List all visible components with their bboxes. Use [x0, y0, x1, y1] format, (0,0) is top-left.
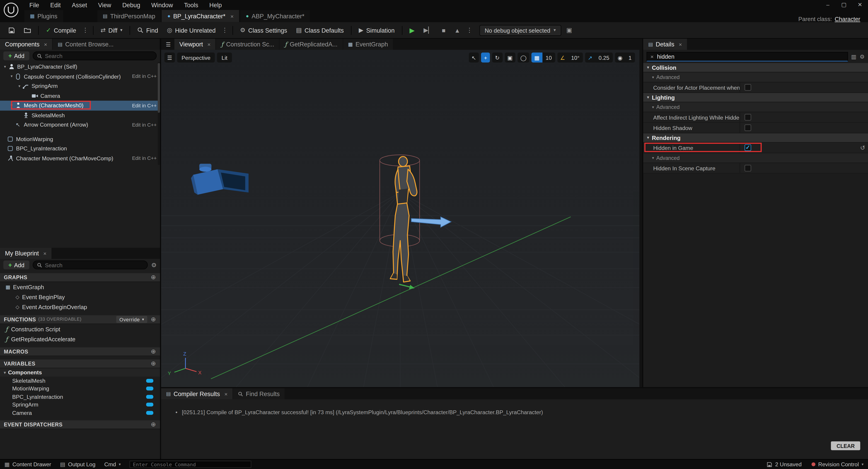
output-log-button[interactable]: ▤ Output Log	[60, 461, 95, 467]
debug-filter-icon[interactable]: ▣	[562, 24, 576, 36]
tab-components[interactable]: Components ×	[0, 39, 52, 50]
maximize-button[interactable]: ▢	[836, 0, 852, 10]
tab-bp-lyracharacter[interactable]: ● BP_LyraCharacter* ×	[162, 10, 239, 22]
find-button[interactable]: Find	[133, 24, 162, 36]
save-button[interactable]	[4, 24, 19, 36]
debug-object-dropdown[interactable]: No debug object selected ▾	[479, 25, 561, 36]
close-tab-icon[interactable]: ×	[679, 41, 682, 47]
expander-icon[interactable]: ▾	[17, 84, 22, 89]
diff-button[interactable]: ⇄ Diff ▾	[97, 24, 126, 36]
select-tool-icon[interactable]: ↖	[469, 53, 479, 63]
component-row-motionwarping[interactable]: MotionWarping	[0, 134, 160, 144]
expander-icon[interactable]: ▾	[652, 75, 654, 79]
variable-type-pill[interactable]	[146, 411, 153, 415]
menu-edit[interactable]: Edit	[45, 0, 66, 10]
variable-type-pill[interactable]	[146, 387, 153, 391]
edit-in-cpp-link[interactable]: Edit in C++	[132, 103, 158, 108]
function-row-getreplicatedaccelerate[interactable]: ƒ GetReplicatedAccelerate	[0, 334, 160, 344]
rotate-tool-icon[interactable]: ↻	[492, 53, 502, 63]
tab-abp-mycharacter[interactable]: ● ABP_MyCharacter*	[240, 10, 310, 22]
expander-icon[interactable]: ▾	[647, 65, 649, 70]
close-tab-icon[interactable]: ×	[43, 250, 46, 256]
rotation-snap-icon[interactable]: ∠	[557, 53, 568, 63]
edit-in-cpp-link[interactable]: Edit in C++	[132, 122, 158, 128]
component-row-capsule[interactable]: ▾ Capsule Component (CollisionCylinder) …	[0, 72, 160, 81]
tab-getreplicatedaccelerate[interactable]: ƒ GetReplicatedA...	[280, 39, 343, 50]
component-row-springarm[interactable]: ▾ SpringArm	[0, 81, 160, 91]
details-settings-icon[interactable]: ⚙	[860, 54, 865, 60]
scale-tool-icon[interactable]: ▣	[504, 53, 516, 63]
menu-window[interactable]: Window	[146, 0, 178, 10]
details-search-input[interactable]	[657, 53, 844, 60]
components-search[interactable]	[33, 52, 157, 60]
close-tab-icon[interactable]: ×	[207, 41, 211, 47]
component-row-mesh-selected[interactable]: ▾ Mesh (CharacterMesh0) Edit in C++	[0, 101, 160, 110]
add-blueprint-item-button[interactable]: + Add	[3, 261, 29, 269]
clear-button[interactable]: CLEAR	[831, 441, 860, 450]
viewport-menu-icon[interactable]: ☰	[164, 53, 175, 63]
parent-class-link[interactable]: Character	[835, 15, 860, 22]
clear-search-icon[interactable]: ×	[650, 54, 654, 60]
variable-type-pill[interactable]	[146, 403, 153, 407]
expander-icon[interactable]: ▾	[2, 65, 8, 69]
tab-find-results[interactable]: Find Results	[233, 388, 285, 399]
view-mode-dropdown[interactable]: Lit	[217, 53, 232, 63]
add-graph-icon[interactable]: ⊕	[151, 274, 156, 281]
menu-tools[interactable]: Tools	[179, 0, 203, 10]
content-drawer-button[interactable]: ▦ Content Drawer	[4, 461, 51, 467]
close-tab-icon[interactable]: ×	[44, 41, 47, 47]
variable-row-bpc-lyrainteraction[interactable]: BPC_LyraInteraction	[0, 393, 160, 401]
tab-thirdpersonmap[interactable]: ▤ ThirdPersonMap	[97, 10, 161, 22]
reset-to-default-icon[interactable]: ↺	[860, 144, 865, 151]
eject-button[interactable]: ▲	[451, 24, 464, 36]
cmd-dropdown[interactable]: Cmd ▾	[104, 461, 121, 467]
play-button[interactable]: ▶	[406, 24, 419, 36]
tab-eventgraph[interactable]: ▦ EventGraph	[343, 39, 393, 50]
perspective-dropdown[interactable]: Perspective	[177, 53, 215, 63]
component-row-self[interactable]: ▾ BP_LyraCharacter (Self)	[0, 62, 160, 72]
edit-in-cpp-link[interactable]: Edit in C++	[132, 156, 158, 161]
event-dispatchers-section-header[interactable]: EVENT DISPATCHERS ⊕	[0, 420, 160, 429]
compile-button[interactable]: ✓ Compile	[42, 24, 80, 36]
variable-type-pill[interactable]	[146, 395, 153, 399]
expander-icon[interactable]: ▾	[9, 74, 14, 79]
details-search[interactable]: ×	[647, 52, 848, 61]
tab-compiler-results[interactable]: ▤ Compiler Results ×	[161, 388, 232, 399]
category-rendering[interactable]: ▾ Rendering	[643, 133, 868, 143]
hide-unrelated-button[interactable]: ◎ Hide Unrelated	[163, 24, 220, 36]
components-scrollbar[interactable]	[158, 62, 160, 165]
tab-construction-script[interactable]: ƒ Construction Sc...	[216, 39, 279, 50]
category-lighting[interactable]: ▾ Lighting	[643, 93, 868, 102]
grid-snap-icon[interactable]: ▦	[531, 53, 542, 63]
add-event-dispatcher-icon[interactable]: ⊕	[151, 421, 156, 428]
macros-section-header[interactable]: MACROS ⊕	[0, 347, 160, 356]
grid-snap-value[interactable]: 10	[542, 53, 555, 63]
close-tab-icon[interactable]: ×	[224, 391, 227, 397]
add-macro-icon[interactable]: ⊕	[151, 348, 156, 355]
checkbox-hidden-in-game[interactable]: ✓	[745, 144, 751, 151]
graph-row-eventgraph[interactable]: ▦ EventGraph	[0, 282, 160, 292]
collision-advanced-row[interactable]: ▾ Advanced	[643, 72, 868, 82]
unsaved-indicator[interactable]: 2 Unsaved	[767, 461, 802, 467]
camera-speed-icon[interactable]: ◉	[615, 53, 625, 63]
menu-help[interactable]: Help	[205, 0, 227, 10]
hide-unrelated-options-icon[interactable]: ⋮	[221, 27, 229, 34]
class-defaults-button[interactable]: ▤ Class Defaults	[292, 24, 347, 36]
my-blueprint-search[interactable]	[33, 261, 148, 269]
lighting-advanced-row[interactable]: ▾ Advanced	[643, 102, 868, 112]
category-collision[interactable]: ▾ Collision	[643, 63, 868, 72]
function-row-construction-script[interactable]: ƒ Construction Script	[0, 324, 160, 334]
components-search-input[interactable]	[45, 53, 152, 59]
tabwell-menu-icon[interactable]: ☰	[162, 39, 175, 50]
variables-section-header[interactable]: VARIABLES ⊕	[0, 359, 160, 368]
component-row-bpc-lyrainteraction[interactable]: BPC_LyraInteraction	[0, 144, 160, 154]
expander-icon[interactable]: ▾	[4, 370, 6, 375]
tab-plugins[interactable]: ▦ Plugins	[25, 10, 63, 22]
world-space-toggle-icon[interactable]: ◯	[518, 53, 529, 63]
component-row-charactermovement[interactable]: Character Movement (CharMoveComp) Edit i…	[0, 154, 160, 163]
menu-asset[interactable]: Asset	[67, 0, 92, 10]
menu-debug[interactable]: Debug	[117, 0, 145, 10]
variables-group-components[interactable]: ▾ Components	[0, 368, 160, 377]
variable-row-skeletalmesh[interactable]: SkeletalMesh	[0, 377, 160, 384]
scale-snap-value[interactable]: 0.25	[595, 53, 613, 63]
